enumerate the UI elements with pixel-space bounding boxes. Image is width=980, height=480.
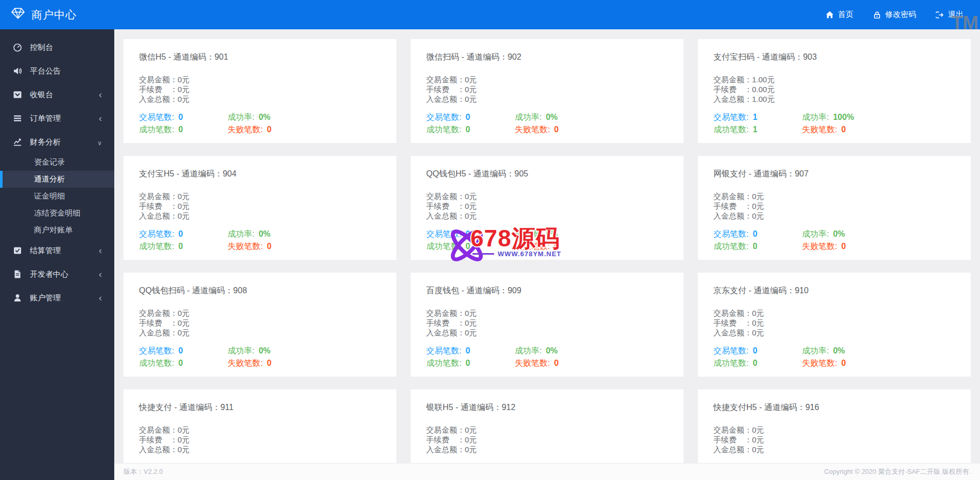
card-stats: 交易笔数:0 成功率:0% 成功笔数:0 失败笔数:0 — [139, 112, 381, 135]
tx-count-stat: 交易笔数:0 — [426, 112, 515, 123]
amount-line: 交易金额：0元 — [139, 75, 381, 84]
success-rate-stat: 成功率:0% — [515, 112, 668, 123]
account-icon — [12, 293, 22, 303]
total-line: 入金总额：0元 — [426, 211, 668, 221]
amount-line: 交易金额：0元 — [713, 191, 955, 201]
card-info: 交易金额：1.00元 手续费 ：0.00元 入金总额：1.00元 — [713, 75, 955, 104]
fail-count-stat: 失败笔数:0 — [227, 241, 381, 252]
success-count-stat: 成功笔数:0 — [139, 358, 227, 369]
channel-card: 百度钱包 - 通道编码：909 交易金额：0元 手续费 ：0元 入金总额：0元 … — [411, 273, 684, 377]
nav-home[interactable]: 首页 — [826, 10, 853, 20]
fee-line: 手续费 ：0元 — [713, 201, 955, 211]
card-stats: 交易笔数:0 成功率:0% 成功笔数:0 失败笔数:0 — [139, 228, 381, 252]
card-stats: 交易笔数:0 成功率:0% 成功笔数:0 失败笔数:0 — [426, 345, 668, 369]
dashboard-icon — [12, 43, 22, 52]
fee-line: 手续费 ：0元 — [713, 318, 955, 328]
chevron-left-icon — [99, 293, 102, 303]
tx-count-stat: 交易笔数:0 — [713, 345, 802, 357]
amount-line: 交易金额：0元 — [713, 425, 955, 435]
sidebar-item-announcements[interactable]: 平台公告 — [0, 59, 114, 83]
card-title: 快捷支付H5 - 通道编码：916 — [713, 402, 955, 413]
sidebar-item-label: 订单管理 — [30, 114, 61, 123]
fail-count-stat: 失败笔数:0 — [227, 358, 381, 369]
tm-watermark: TM — [952, 12, 978, 34]
sidebar-item-account[interactable]: 账户管理 — [0, 286, 114, 310]
chevron-left-icon — [99, 90, 102, 99]
nav-change-password-label: 修改密码 — [885, 10, 916, 20]
card-title: 支付宝H5 - 通道编码：904 — [139, 169, 381, 180]
card-info: 交易金额：0元 手续费 ：0元 入金总额：0元 — [139, 75, 381, 104]
total-line: 入金总额：0元 — [139, 328, 381, 337]
navbar-links: 首页 修改密码 退出 — [826, 10, 964, 20]
nav-home-label: 首页 — [838, 10, 853, 20]
sidebar-item-dashboard[interactable]: 控制台 — [0, 35, 114, 59]
sidebar-subitem-frozen-funds[interactable]: 冻结资金明细 — [0, 205, 114, 222]
success-rate-stat: 成功率:0% — [515, 228, 668, 240]
card-info: 交易金额：0元 手续费 ：0元 入金总额：0元 — [713, 191, 955, 221]
total-line: 入金总额：1.00元 — [713, 94, 955, 104]
total-line: 入金总额：0元 — [139, 211, 381, 221]
settlement-icon — [12, 246, 22, 256]
sidebar-subitem-merchant-statement[interactable]: 商户对账单 — [0, 222, 114, 239]
sidebar-item-label: 收银台 — [30, 90, 53, 100]
submenu-label: 资金记录 — [34, 157, 65, 167]
card-title: 百度钱包 - 通道编码：909 — [426, 286, 668, 296]
card-title: 网银支付 - 通道编码：907 — [713, 169, 955, 180]
card-stats: 交易笔数:0 成功率:0% 成功笔数:0 失败笔数:0 — [426, 112, 668, 135]
amount-line: 交易金额：0元 — [139, 191, 381, 201]
fail-count-stat: 失败笔数:0 — [515, 358, 668, 369]
success-count-stat: 成功笔数:0 — [713, 241, 802, 252]
fee-line: 手续费 ：0元 — [713, 435, 955, 445]
sidebar-item-finance[interactable]: 财务分析 — [0, 130, 114, 154]
fee-line: 手续费 ：0元 — [139, 84, 381, 94]
sidebar-subitem-channel-analysis[interactable]: 通道分析 — [0, 171, 114, 188]
submenu-label: 冻结资金明细 — [34, 208, 80, 218]
cashier-icon — [12, 90, 22, 100]
sidebar-item-label: 账户管理 — [30, 293, 61, 303]
sidebar-item-cashier[interactable]: 收银台 — [0, 83, 114, 106]
success-count-stat: 成功笔数:0 — [426, 241, 515, 252]
tx-count-stat: 交易笔数:0 — [713, 228, 802, 240]
channel-card: 京东支付 - 通道编码：910 交易金额：0元 手续费 ：0元 入金总额：0元 … — [698, 273, 971, 377]
fee-line: 手续费 ：0元 — [139, 201, 381, 211]
card-stats: 交易笔数:0 成功率:0% 成功笔数:0 失败笔数:0 — [426, 228, 668, 252]
channel-card: 支付宝H5 - 通道编码：904 交易金额：0元 手续费 ：0元 入金总额：0元… — [124, 156, 396, 260]
card-title: QQ钱包H5 - 通道编码：905 — [426, 169, 668, 180]
fail-count-stat: 失败笔数:0 — [515, 241, 668, 252]
submenu-label: 商户对账单 — [34, 225, 73, 235]
card-stats: 交易笔数:1 成功率:100% 成功笔数:1 失败笔数:0 — [713, 112, 955, 135]
top-navbar: 商户中心 首页 修改密码 — [0, 0, 980, 29]
sidebar-item-label: 结算管理 — [30, 246, 61, 256]
sidebar-item-orders[interactable]: 订单管理 — [0, 106, 114, 130]
fail-count-stat: 失败笔数:0 — [802, 358, 955, 369]
brand[interactable]: 商户中心 — [10, 7, 77, 22]
sidebar-item-label: 财务分析 — [30, 137, 61, 147]
amount-line: 交易金额：0元 — [426, 191, 668, 201]
sidebar-subitem-fund-records[interactable]: 资金记录 — [0, 154, 114, 171]
fail-count-stat: 失败笔数:0 — [515, 124, 668, 135]
footer-copyright: Copyright © 2020 聚合支付-SAF二开版 版权所有. — [824, 467, 971, 476]
total-line: 入金总额：0元 — [426, 94, 668, 104]
success-count-stat: 成功笔数:0 — [139, 241, 227, 252]
card-title: 微信扫码 - 通道编码：902 — [426, 52, 668, 63]
success-count-stat: 成功笔数:0 — [426, 124, 515, 135]
chevron-left-icon — [99, 246, 102, 255]
main-content: 微信H5 - 通道编码：901 交易金额：0元 手续费 ：0元 入金总额：0元 … — [114, 29, 980, 480]
nav-change-password[interactable]: 修改密码 — [873, 10, 916, 20]
sidebar-item-settlement[interactable]: 结算管理 — [0, 239, 114, 262]
fee-line: 手续费 ：0元 — [139, 318, 381, 328]
sidebar-subitem-deposit-details[interactable]: 证金明细 — [0, 188, 114, 205]
total-line: 入金总额：0元 — [139, 94, 381, 104]
chevron-left-icon — [99, 270, 102, 279]
sidebar-item-developer-center[interactable]: 开发者中心 — [0, 262, 114, 286]
card-title: 京东支付 - 通道编码：910 — [713, 286, 955, 296]
card-info: 交易金额：0元 手续费 ：0元 入金总额：0元 — [713, 425, 955, 454]
card-info: 交易金额：0元 手续费 ：0元 入金总额：0元 — [139, 191, 381, 221]
total-line: 入金总额：0元 — [426, 328, 668, 337]
chevron-left-icon — [99, 114, 102, 123]
channel-card: QQ钱包扫码 - 通道编码：908 交易金额：0元 手续费 ：0元 入金总额：0… — [124, 273, 396, 377]
fee-line: 手续费 ：0元 — [426, 435, 668, 445]
card-title: 快捷支付 - 通道编码：911 — [139, 402, 381, 413]
tx-count-stat: 交易笔数:0 — [426, 345, 515, 357]
card-info: 交易金额：0元 手续费 ：0元 入金总额：0元 — [426, 425, 668, 454]
